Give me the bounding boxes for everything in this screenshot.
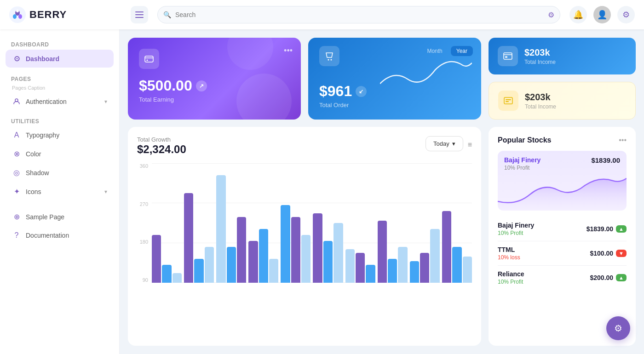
income-yellow-icon [498, 91, 518, 111]
icons-icon: ✦ [12, 187, 21, 196]
bottom-row: Total Growth $2,324.00 Today ▾ ≡ 360 [128, 127, 636, 346]
logo-icon [9, 6, 26, 23]
income-blue-label: Total Income [524, 59, 556, 65]
sidebar-item-dashboard[interactable]: ⊙ Dashboard [6, 50, 114, 68]
income-blue-icon [498, 46, 518, 66]
chart-growth-label: Total Growth [137, 136, 186, 143]
shadow-icon: ◎ [12, 168, 21, 177]
order-icon-box [319, 46, 339, 66]
svg-rect-14 [505, 56, 507, 58]
auth-chevron-icon: ▾ [104, 98, 107, 105]
documentation-icon: ? [12, 231, 21, 240]
svg-point-12 [331, 59, 332, 61]
svg-rect-9 [145, 56, 153, 62]
stocks-card: Popular Stocks ••• Bajaj Finery 10% Prof… [489, 127, 636, 346]
sample-page-icon: ⊕ [12, 212, 21, 221]
earning-card-icon [139, 49, 159, 69]
income-yellow-info: $203k Total Income [525, 92, 556, 110]
stock-profit: 10% Profit [498, 230, 534, 236]
bar-group-5 [281, 163, 310, 283]
sidebar-section-pages: Pages [6, 72, 114, 84]
stocks-menu-icon[interactable]: ••• [619, 136, 627, 144]
y-axis: 360 270 180 90 [137, 163, 152, 283]
hamburger-button[interactable] [131, 6, 148, 23]
svg-rect-5 [135, 11, 144, 12]
stock-row: Reliance 10% Profit $200.00 ▲ [498, 266, 627, 290]
card-total-order: Month Year $961 ↙ Total Order [308, 38, 481, 120]
today-button[interactable]: Today ▾ [426, 136, 463, 151]
svg-rect-13 [504, 53, 512, 59]
icons-chevron-icon: ▾ [104, 188, 107, 195]
order-label: Total Order [319, 102, 367, 108]
sidebar-item-documentation[interactable]: ? Documentation [6, 227, 114, 244]
svg-rect-17 [506, 101, 509, 102]
bars-container [152, 163, 472, 283]
chart-menu-icon[interactable]: ≡ [468, 141, 472, 149]
income-yellow-label: Total Income [525, 103, 556, 110]
main-content: ••• $500.00 ↗ Total Earning [120, 29, 644, 354]
svg-point-10 [147, 60, 148, 61]
stock-badge-down: ▼ [616, 250, 627, 257]
logo-text: BERRY [29, 9, 67, 21]
color-icon: ⊗ [12, 149, 21, 158]
chart-card: Total Growth $2,324.00 Today ▾ ≡ 360 [128, 127, 481, 346]
stock-badge-up: ▲ [616, 225, 627, 233]
earning-card-menu[interactable]: ••• [284, 46, 293, 56]
stock-price: $100.00 [590, 250, 614, 257]
notification-button[interactable]: 🔔 [569, 6, 587, 23]
bg-shape-2 [227, 38, 273, 70]
stock-name: Reliance [498, 270, 524, 278]
featured-stock-name: Bajaj Finery [504, 156, 540, 164]
month-toggle[interactable]: Month [421, 46, 448, 56]
svg-point-8 [15, 99, 18, 102]
featured-stock-area: Bajaj Finery 10% Profit $1839.00 [498, 151, 627, 211]
filter-icon[interactable]: ⚙ [548, 11, 554, 19]
logo-area: BERRY [9, 6, 129, 23]
header-right: 🔔 👤 ⚙ [569, 6, 635, 23]
featured-stock-price: $1839.00 [591, 156, 620, 164]
stock-badge-up: ▲ [616, 274, 627, 281]
main-layout: Dashboard ⊙ Dashboard Pages Pages Captio… [0, 29, 644, 354]
stock-row-left: Reliance 10% Profit [498, 270, 524, 285]
svg-rect-6 [135, 14, 144, 15]
svg-point-3 [18, 14, 22, 19]
stocks-header: Popular Stocks ••• [498, 136, 627, 144]
bar-group-2 [184, 163, 214, 283]
sidebar-item-icons[interactable]: ✦ Icons ▾ [6, 183, 114, 200]
search-input[interactable] [157, 6, 560, 23]
stock-row-right: $200.00 ▲ [590, 274, 627, 281]
bar-chart: 360 270 180 90 [137, 163, 472, 337]
toggle-group: Month Year [421, 46, 473, 56]
featured-stock-wave [498, 169, 627, 211]
sidebar-section-utilities: Utilities [6, 114, 114, 126]
bar-group-8 [378, 163, 408, 283]
sidebar-item-color[interactable]: ⊗ Color [6, 145, 114, 163]
sidebar-item-shadow[interactable]: ◎ Shadow [6, 164, 114, 182]
dashboard-icon: ⊙ [12, 54, 21, 63]
svg-point-11 [328, 59, 329, 61]
avatar[interactable]: 👤 [593, 6, 611, 23]
stock-rows: Bajaj Finery 10% Profit $1839.00 ▲ TTML … [498, 217, 627, 290]
top-cards-row: ••• $500.00 ↗ Total Earning [128, 38, 636, 120]
sidebar-section-dashboard: Dashboard [6, 38, 114, 50]
stock-row: TTML 10% loss $100.00 ▼ [498, 241, 627, 266]
bar-group-1 [152, 163, 182, 283]
settings-button[interactable]: ⚙ [617, 6, 635, 23]
sidebar-item-typography[interactable]: A Typography [6, 126, 114, 144]
bar-group-3 [216, 163, 246, 283]
sidebar-item-sample-page[interactable]: ⊕ Sample Page [6, 208, 114, 226]
header: BERRY 🔍 ⚙ 🔔 👤 ⚙ [0, 0, 644, 29]
stock-row-left: TTML 10% loss [498, 246, 520, 261]
year-toggle[interactable]: Year [451, 46, 473, 56]
earning-badge: ↗ [196, 80, 207, 91]
auth-icon [12, 98, 21, 105]
card-income-blue: $203k Total Income [489, 38, 636, 74]
bar-group-6 [313, 163, 343, 283]
stock-row-left: Bajaj Finery 10% Profit [498, 222, 534, 236]
bar-group-10 [442, 163, 472, 283]
sidebar-item-authentication[interactable]: Authentication ▾ [6, 93, 114, 110]
stock-name: TTML [498, 246, 520, 253]
stock-profit: 10% Profit [498, 279, 524, 285]
stock-name: Bajaj Finery [498, 222, 534, 229]
fab-settings-button[interactable]: ⚙ [606, 316, 630, 340]
